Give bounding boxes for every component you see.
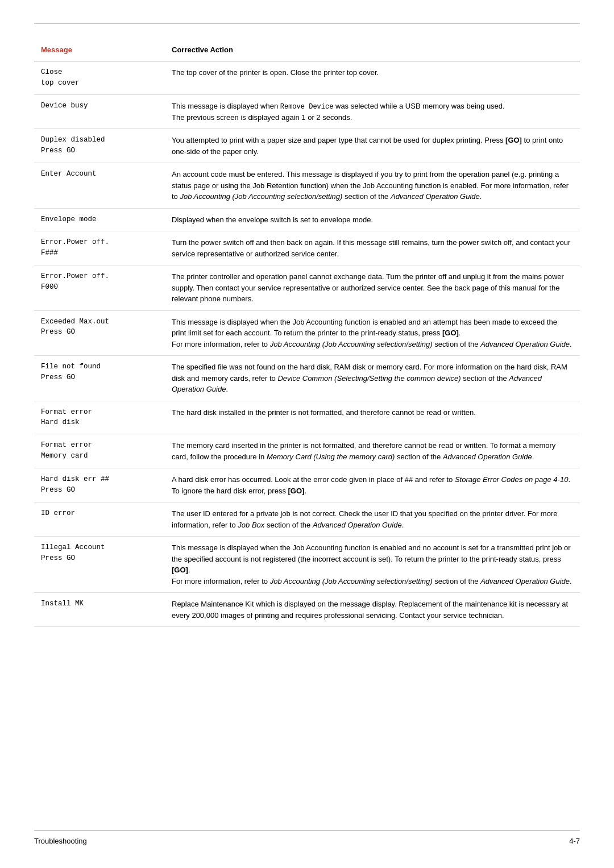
action-cell-id-error: The user ID entered for a private job is… (165, 502, 580, 537)
col-message-header: Message (34, 41, 165, 61)
table-row: Hard disk err ##Press GOA hard disk erro… (34, 468, 580, 502)
table-row: Illegal AccountPress GOThis message is d… (34, 537, 580, 593)
action-cell-envelope-mode: Displayed when the envelope switch is se… (165, 208, 580, 231)
table-row: ID errorThe user ID entered for a privat… (34, 502, 580, 537)
message-cell-illegal-account: Illegal AccountPress GO (34, 537, 165, 593)
table-row: File not foundPress GOThe specified file… (34, 356, 580, 401)
table-row: Format errorMemory cardThe memory card i… (34, 434, 580, 468)
action-cell-file-not-found: The specified file was not found on the … (165, 356, 580, 401)
action-cell-close-top-cover: The top cover of the printer is open. Cl… (165, 61, 580, 95)
top-rule (34, 23, 580, 24)
message-cell-install-mk: Install MK (34, 593, 165, 627)
messages-table: Message Corrective Action Closetop cover… (34, 41, 580, 627)
action-cell-device-busy: This message is displayed when Remove De… (165, 94, 580, 129)
table-row: Install MKReplace Maintenance Kit which … (34, 593, 580, 627)
table-row: Exceeded Max.outPress GOThis message is … (34, 310, 580, 356)
message-cell-id-error: ID error (34, 502, 165, 537)
action-cell-install-mk: Replace Maintenance Kit which is display… (165, 593, 580, 627)
message-cell-error-power-off-f###: Error.Power off.F### (34, 231, 165, 265)
action-cell-hard-disk-err: A hard disk error has occurred. Look at … (165, 468, 580, 502)
action-cell-enter-account: An account code must be entered. This me… (165, 163, 580, 209)
table-row: Device busyThis message is displayed whe… (34, 94, 580, 129)
table-row: Closetop coverThe top cover of the print… (34, 61, 580, 95)
message-cell-device-busy: Device busy (34, 94, 165, 129)
footer-section: Troubleshooting (34, 837, 87, 845)
message-cell-hard-disk-err: Hard disk err ##Press GO (34, 468, 165, 502)
message-cell-enter-account: Enter Account (34, 163, 165, 209)
message-cell-envelope-mode: Envelope mode (34, 208, 165, 231)
message-cell-file-not-found: File not foundPress GO (34, 356, 165, 401)
table-row: Duplex disabledPress GOYou attempted to … (34, 129, 580, 163)
col-action-header: Corrective Action (165, 41, 580, 61)
action-cell-illegal-account: This message is displayed when the Job A… (165, 537, 580, 593)
page: Message Corrective Action Closetop cover… (0, 0, 614, 868)
action-cell-error-power-off-f###: Turn the power switch off and then back … (165, 231, 580, 265)
message-cell-duplex-disabled: Duplex disabledPress GO (34, 129, 165, 163)
action-cell-format-error-memory-card: The memory card inserted in the printer … (165, 434, 580, 468)
footer-page-number: 4-7 (569, 837, 580, 845)
action-cell-duplex-disabled: You attempted to print with a paper size… (165, 129, 580, 163)
message-cell-exceeded-max-out: Exceeded Max.outPress GO (34, 310, 165, 356)
table-row: Error.Power off.F000The printer controll… (34, 265, 580, 311)
message-cell-error-power-off-f000: Error.Power off.F000 (34, 265, 165, 311)
table-row: Format errorHard diskThe hard disk insta… (34, 401, 580, 434)
table-row: Enter AccountAn account code must be ent… (34, 163, 580, 209)
action-cell-exceeded-max-out: This message is displayed when the Job A… (165, 310, 580, 356)
action-cell-format-error-hard-disk: The hard disk installed in the printer i… (165, 401, 580, 434)
action-cell-error-power-off-f000: The printer controller and operation pan… (165, 265, 580, 311)
table-row: Envelope modeDisplayed when the envelope… (34, 208, 580, 231)
table-row: Error.Power off.F###Turn the power switc… (34, 231, 580, 265)
message-cell-format-error-hard-disk: Format errorHard disk (34, 401, 165, 434)
message-cell-format-error-memory-card: Format errorMemory card (34, 434, 165, 468)
page-footer: Troubleshooting 4-7 (34, 830, 580, 845)
message-cell-close-top-cover: Closetop cover (34, 61, 165, 95)
